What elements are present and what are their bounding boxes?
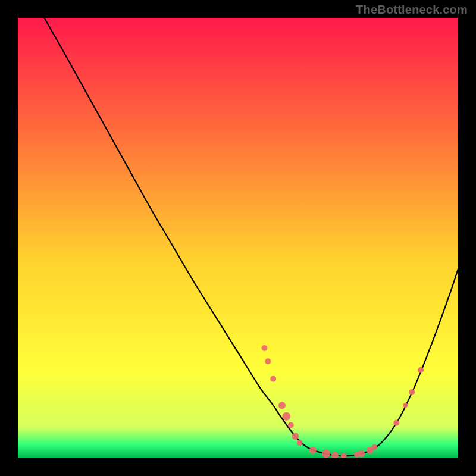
data-marker [270,376,276,382]
data-marker [265,358,271,364]
data-marker [409,389,415,395]
watermark-text: TheBottleneck.com [356,4,468,15]
chart-svg [18,18,458,458]
data-marker [371,444,377,450]
data-marker [288,422,294,428]
data-marker [282,412,290,421]
chart-frame: TheBottleneck.com [0,0,476,476]
data-marker [418,367,424,373]
data-marker [278,402,286,409]
data-marker [403,403,408,408]
data-marker [292,433,299,440]
data-marker [393,420,399,426]
data-marker [297,440,303,446]
gradient-background [18,18,458,458]
data-marker [261,345,267,351]
data-marker [309,447,317,454]
plot-area [18,18,458,458]
data-marker [358,450,365,458]
data-marker [322,450,330,458]
